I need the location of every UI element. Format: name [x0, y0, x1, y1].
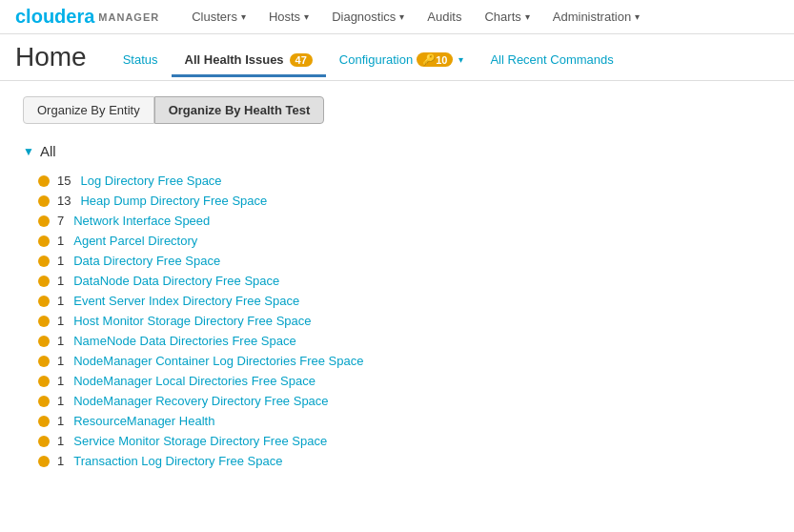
list-item: 1 Event Server Index Directory Free Spac… — [38, 291, 771, 311]
issue-count: 7 — [57, 214, 64, 228]
warning-dot — [38, 215, 50, 227]
issue-count: 1 — [57, 274, 64, 288]
list-item: 1 NameNode Data Directories Free Space — [38, 331, 771, 351]
issue-link[interactable]: Host Monitor Storage Directory Free Spac… — [73, 314, 311, 328]
content-area: Organize By Entity Organize By Health Te… — [0, 81, 794, 486]
warning-dot — [38, 256, 50, 267]
nav-diagnostics-label: Diagnostics — [332, 10, 396, 24]
issue-link[interactable]: Log Directory Free Space — [80, 174, 221, 188]
warning-dot — [38, 316, 50, 327]
health-issues-badge: 47 — [290, 53, 313, 67]
configuration-caret: ▾ — [458, 54, 463, 65]
nav-diagnostics-caret: ▾ — [399, 11, 404, 22]
list-item: 1 ResourceManager Health — [38, 411, 771, 431]
tab-configuration-label: Configuration — [339, 52, 413, 67]
nav-clusters-label: Clusters — [192, 10, 237, 24]
nav-charts[interactable]: Charts ▾ — [475, 0, 539, 34]
issue-link[interactable]: DataNode Data Directory Free Space — [73, 274, 279, 288]
list-item: 1 Host Monitor Storage Directory Free Sp… — [38, 311, 771, 331]
issue-link[interactable]: Agent Parcel Directory — [73, 234, 197, 248]
warning-dot — [38, 456, 50, 467]
issue-count: 13 — [57, 194, 71, 208]
tab-status[interactable]: Status — [110, 45, 172, 77]
issue-link[interactable]: ResourceManager Health — [73, 414, 214, 428]
warning-dot — [38, 175, 50, 187]
list-item: 1 Data Directory Free Space — [38, 251, 771, 271]
issue-link[interactable]: NodeManager Local Directories Free Space — [73, 374, 316, 388]
issue-link[interactable]: Network Interface Speed — [73, 214, 210, 228]
nav-charts-label: Charts — [484, 10, 520, 24]
tabs: Status All Health Issues 47 Configuratio… — [110, 45, 779, 77]
issue-count: 1 — [57, 334, 64, 348]
nav-hosts-label: Hosts — [269, 10, 300, 24]
top-nav: cloudera MANAGER Clusters ▾ Hosts ▾ Diag… — [0, 0, 794, 34]
tab-configuration[interactable]: Configuration 🔑10 ▾ — [326, 45, 478, 77]
nav-hosts[interactable]: Hosts ▾ — [259, 0, 318, 34]
issue-link[interactable]: NodeManager Container Log Directories Fr… — [73, 354, 363, 368]
organize-buttons: Organize By Entity Organize By Health Te… — [23, 96, 771, 124]
issue-count: 1 — [57, 294, 64, 308]
warning-dot — [38, 276, 50, 287]
list-item: 1 Service Monitor Storage Directory Free… — [38, 431, 771, 451]
issue-count: 1 — [57, 234, 64, 248]
list-item: 15 Log Directory Free Space — [38, 171, 771, 191]
issue-count: 15 — [57, 174, 71, 188]
nav-clusters-caret: ▾ — [241, 11, 246, 22]
warning-dot — [38, 235, 50, 247]
issue-link[interactable]: NodeManager Recovery Directory Free Spac… — [73, 394, 328, 408]
issue-link[interactable]: Data Directory Free Space — [73, 254, 220, 268]
issue-list: 15 Log Directory Free Space13 Heap Dump … — [23, 171, 771, 471]
organize-by-health-test-button[interactable]: Organize By Health Test — [154, 96, 325, 124]
nav-diagnostics[interactable]: Diagnostics ▾ — [322, 0, 414, 34]
all-section-label: All — [40, 143, 56, 159]
nav-administration-caret: ▾ — [635, 11, 640, 22]
warning-dot — [38, 416, 50, 427]
warning-dot — [38, 396, 50, 407]
nav-audits-label: Audits — [427, 10, 461, 24]
tab-health-issues[interactable]: All Health Issues 47 — [172, 45, 326, 77]
nav-charts-caret: ▾ — [525, 11, 530, 22]
issue-count: 1 — [57, 254, 64, 268]
issue-link[interactable]: Service Monitor Storage Directory Free S… — [73, 434, 327, 448]
organize-by-entity-button[interactable]: Organize By Entity — [23, 96, 154, 124]
tab-recent-commands-label: All Recent Commands — [490, 52, 613, 67]
list-item: 1 NodeManager Recovery Directory Free Sp… — [38, 391, 771, 411]
all-section: ▼ All 15 Log Directory Free Space13 Heap… — [23, 143, 771, 471]
warning-dot — [38, 356, 50, 367]
list-item: 1 NodeManager Container Log Directories … — [38, 351, 771, 371]
warning-dot — [38, 195, 50, 207]
collapse-icon: ▼ — [23, 145, 34, 158]
warning-dot — [38, 336, 50, 347]
list-item: 13 Heap Dump Directory Free Space — [38, 191, 771, 211]
issue-count: 1 — [57, 414, 64, 428]
nav-clusters[interactable]: Clusters ▾ — [182, 0, 255, 34]
issue-link[interactable]: Transaction Log Directory Free Space — [73, 454, 282, 468]
tab-recent-commands[interactable]: All Recent Commands — [477, 45, 626, 77]
warning-dot — [38, 436, 50, 447]
page-title: Home — [15, 42, 87, 80]
nav-hosts-caret: ▾ — [304, 11, 309, 22]
page-header: Home Status All Health Issues 47 Configu… — [0, 34, 794, 81]
issue-link[interactable]: Event Server Index Directory Free Space — [73, 294, 299, 308]
issue-count: 1 — [57, 314, 64, 328]
all-section-header[interactable]: ▼ All — [23, 143, 771, 159]
logo[interactable]: cloudera MANAGER — [15, 6, 159, 28]
issue-count: 1 — [57, 454, 64, 468]
nav-administration[interactable]: Administration ▾ — [543, 0, 649, 34]
list-item: 1 Agent Parcel Directory — [38, 231, 771, 251]
nav-administration-label: Administration — [553, 10, 631, 24]
warning-dot — [38, 296, 50, 307]
issue-count: 1 — [57, 374, 64, 388]
nav-audits[interactable]: Audits — [417, 0, 471, 34]
tab-status-label: Status — [123, 52, 158, 67]
logo-manager-text: MANAGER — [98, 11, 159, 23]
issue-count: 1 — [57, 354, 64, 368]
configuration-badge: 🔑10 — [417, 52, 453, 67]
issue-link[interactable]: Heap Dump Directory Free Space — [80, 194, 267, 208]
list-item: 1 Transaction Log Directory Free Space — [38, 451, 771, 471]
list-item: 7 Network Interface Speed — [38, 211, 771, 231]
logo-cloudera-text: cloudera — [15, 6, 94, 28]
issue-count: 1 — [57, 434, 64, 448]
issue-link[interactable]: NameNode Data Directories Free Space — [73, 334, 295, 348]
nav-items: Clusters ▾ Hosts ▾ Diagnostics ▾ Audits … — [182, 0, 779, 34]
